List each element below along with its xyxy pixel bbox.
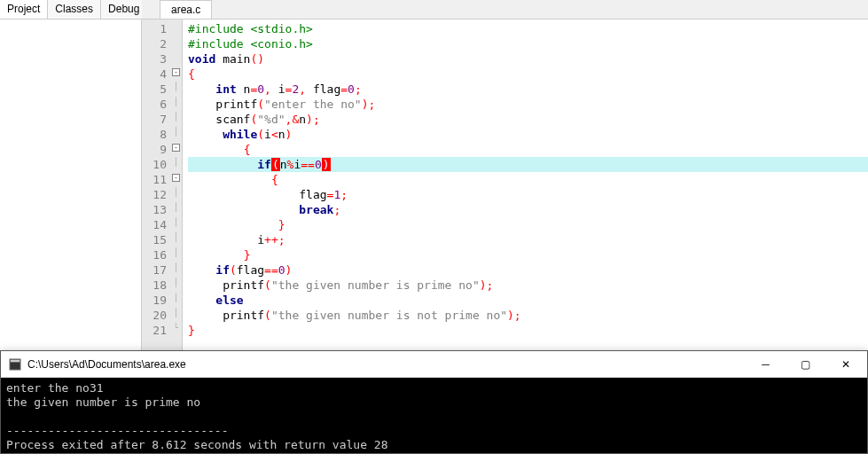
editor-panel: area.c 123456789101112131415161718192021… — [142, 0, 868, 350]
code-line[interactable]: void main() — [188, 51, 868, 67]
code-line[interactable]: flag=1; — [188, 187, 868, 202]
code-line[interactable]: printf("the given number is prime no"); — [188, 278, 868, 293]
panel-tab-debug[interactable]: Debug — [101, 0, 147, 19]
code-line[interactable]: int n=0, i=2, flag=0; — [188, 82, 868, 97]
editor-tab-file[interactable]: area.c — [160, 0, 212, 19]
fold-toggle-icon[interactable]: - — [172, 68, 180, 76]
window-controls: ─ ▢ ✕ — [746, 351, 865, 377]
code-line[interactable]: #include <stdio.h> — [188, 21, 868, 36]
code-text[interactable]: #include <stdio.h>#include <conio.h>void… — [183, 20, 868, 350]
code-line[interactable]: if(flag==0) — [188, 262, 868, 278]
code-line[interactable]: while(i<n) — [188, 127, 868, 142]
code-line[interactable]: scanf("%d",&n); — [188, 112, 868, 127]
ide-top-area: ProjectClassesDebug area.c 1234567891011… — [0, 0, 868, 350]
panel-tab-project[interactable]: Project — [0, 0, 48, 19]
minimize-button[interactable]: ─ — [746, 351, 786, 377]
code-line[interactable]: else — [188, 293, 868, 308]
close-button[interactable]: ✕ — [825, 351, 865, 377]
fold-column: -││││-│-│││││││││└ — [170, 20, 183, 350]
code-line[interactable]: if(n%i==0) — [188, 157, 868, 172]
code-area[interactable]: 123456789101112131415161718192021 -││││-… — [142, 20, 868, 350]
svg-rect-1 — [11, 359, 20, 362]
code-line[interactable]: { — [188, 142, 868, 157]
code-line[interactable]: #include <conio.h> — [188, 36, 868, 51]
code-line[interactable]: } — [188, 323, 868, 338]
editor-tabbar: area.c — [142, 0, 868, 20]
panel-tab-classes[interactable]: Classes — [48, 0, 101, 19]
code-line[interactable]: printf("enter the no"); — [188, 97, 868, 112]
project-panel: ProjectClassesDebug — [0, 0, 142, 350]
fold-toggle-icon[interactable]: - — [172, 144, 180, 152]
code-line[interactable]: break; — [188, 202, 868, 217]
console-output[interactable]: enter the no31 the given number is prime… — [1, 378, 867, 453]
code-line[interactable]: } — [188, 247, 868, 262]
console-app-icon — [8, 357, 22, 372]
console-title: C:\Users\Ad\Documents\area.exe — [27, 358, 746, 371]
project-panel-tabs: ProjectClassesDebug — [0, 0, 141, 20]
fold-toggle-icon[interactable]: - — [172, 174, 180, 182]
code-line[interactable]: { — [188, 172, 868, 187]
maximize-button[interactable]: ▢ — [786, 351, 825, 377]
code-line[interactable]: } — [188, 217, 868, 232]
console-window: C:\Users\Ad\Documents\area.exe ─ ▢ ✕ ent… — [0, 350, 868, 454]
console-titlebar[interactable]: C:\Users\Ad\Documents\area.exe ─ ▢ ✕ — [1, 351, 867, 378]
code-line[interactable]: { — [188, 67, 868, 82]
code-line[interactable]: printf("the given number is not prime no… — [188, 308, 868, 323]
code-line[interactable]: i++; — [188, 232, 868, 247]
line-number-gutter: 123456789101112131415161718192021 — [142, 20, 170, 350]
